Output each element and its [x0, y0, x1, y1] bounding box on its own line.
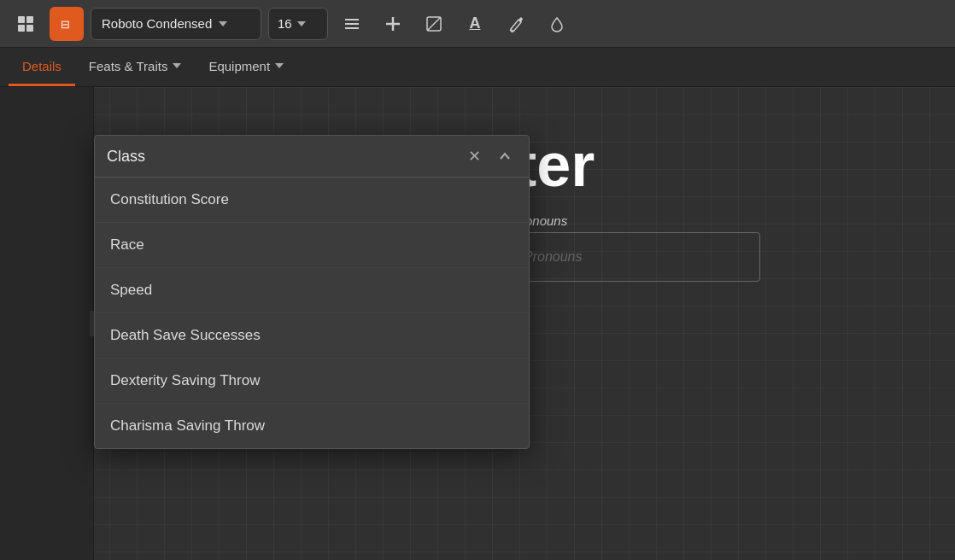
font-name-label: Roboto Condensed: [102, 16, 212, 31]
tabs-row: Details Feats & Traits Equipment: [0, 48, 955, 87]
dropdown-item-dex-saving[interactable]: Dexterity Saving Throw: [95, 359, 529, 404]
main-content: e Character Pronouns Pronouns Class Clas…: [0, 87, 955, 560]
dropdown-item-label: Charisma Saving Throw: [110, 417, 265, 434]
tab-equipment-label: Equipment: [208, 59, 270, 73]
add-button[interactable]: [376, 7, 410, 41]
svg-rect-1: [26, 16, 33, 23]
font-size-chevron: [297, 21, 306, 26]
tab-feats[interactable]: Feats & Traits: [75, 48, 196, 86]
search-clear-button[interactable]: ✕: [462, 144, 486, 168]
dropdown-item-death-save[interactable]: Death Save Successes: [95, 313, 529, 359]
dropdown-item-label: Constitution Score: [110, 191, 229, 207]
tab-details-label: Details: [22, 59, 62, 73]
calc-icon-button[interactable]: ⊟: [50, 7, 84, 41]
dropdown-item-constitution-score[interactable]: Constitution Score: [95, 178, 529, 223]
svg-rect-3: [26, 25, 33, 32]
svg-rect-0: [18, 16, 25, 23]
font-size-selector[interactable]: 16: [268, 8, 328, 40]
font-selector[interactable]: Roboto Condensed: [91, 8, 261, 40]
toolbar: ⊟ Roboto Condensed 16 A: [0, 0, 955, 48]
tab-feats-chevron: [173, 63, 181, 68]
tab-feats-label: Feats & Traits: [89, 59, 168, 73]
tab-details[interactable]: Details: [9, 48, 75, 86]
dropdown-item-label: Race: [110, 236, 144, 253]
dropdown-item-race[interactable]: Race: [95, 223, 529, 268]
font-size-label: 16: [278, 16, 292, 31]
svg-rect-2: [18, 25, 25, 32]
align-button[interactable]: [335, 7, 369, 41]
underline-icon: A: [470, 15, 481, 32]
dropdown-item-cha-saving[interactable]: Charisma Saving Throw: [95, 404, 529, 448]
left-sidebar: [0, 87, 94, 560]
drop-button[interactable]: [540, 7, 574, 41]
search-collapse-button[interactable]: [493, 144, 517, 168]
dropdown-item-label: Dexterity Saving Throw: [110, 372, 260, 388]
pronouns-placeholder: Pronouns: [524, 249, 583, 265]
search-input-row: ✕: [95, 136, 529, 178]
tab-equipment-chevron: [275, 63, 284, 68]
tab-equipment[interactable]: Equipment: [195, 48, 297, 86]
underline-text-button[interactable]: A: [458, 7, 492, 41]
svg-text:⊟: ⊟: [61, 18, 70, 31]
no-bg-button[interactable]: [417, 7, 451, 41]
search-input[interactable]: [107, 148, 455, 166]
font-dropdown-chevron: [219, 21, 227, 26]
pronouns-input[interactable]: Pronouns: [513, 232, 760, 282]
paint-button[interactable]: [499, 7, 533, 41]
dropdown-item-label: Death Save Successes: [110, 327, 261, 343]
dropdown-item-speed[interactable]: Speed: [95, 268, 529, 313]
search-dropdown: ✕ Constitution Score Race Speed Death Sa…: [94, 135, 530, 449]
dropdown-item-label: Speed: [110, 282, 152, 298]
svg-line-12: [427, 17, 441, 31]
grid-icon-button[interactable]: [9, 7, 43, 41]
